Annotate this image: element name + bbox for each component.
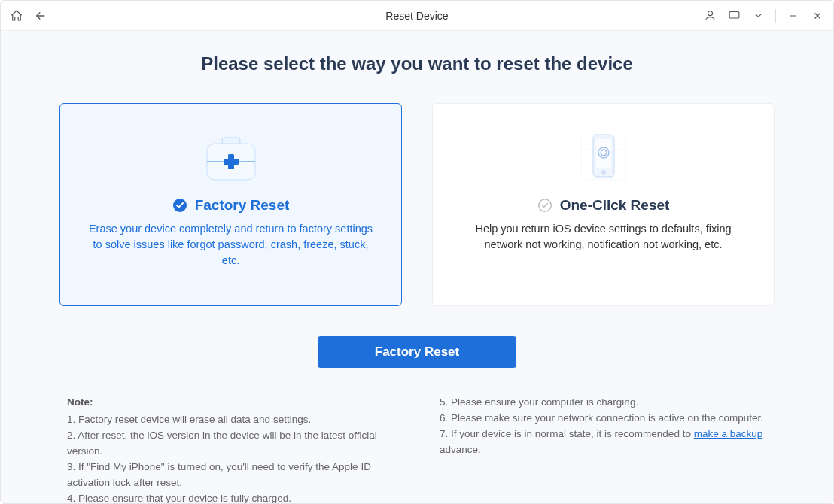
factory-reset-title: Factory Reset	[195, 197, 290, 214]
note-3: 3. If "Find My iPhone" is turned on, you…	[67, 460, 394, 491]
one-click-reset-card[interactable]: One-Click Reset Help you return iOS devi…	[432, 103, 775, 306]
note-4: 4. Please ensure that your device is ful…	[67, 491, 394, 504]
note-2: 2. After reset, the iOS version in the d…	[67, 428, 394, 460]
note-7-text-a: 7. If your device is in normal state, it…	[440, 428, 694, 439]
factory-reset-button[interactable]: Factory Reset	[318, 336, 516, 368]
minimize-icon[interactable]	[787, 9, 800, 23]
home-icon[interactable]	[10, 9, 23, 23]
titlebar: Reset Device	[1, 1, 833, 31]
factory-reset-card[interactable]: Factory Reset Erase your device complete…	[59, 103, 402, 306]
note-1: 1. Factory reset device will erase all d…	[67, 412, 394, 428]
note-7-text-b: advance.	[440, 444, 481, 455]
svg-point-0	[708, 11, 712, 16]
close-icon[interactable]	[811, 9, 824, 23]
action-row: Factory Reset	[46, 336, 788, 368]
titlebar-left	[10, 9, 47, 23]
phone-reset-icon	[574, 126, 634, 194]
titlebar-right	[703, 9, 824, 23]
page-title: Please select the way you want to reset …	[46, 53, 788, 74]
one-click-reset-desc: Help you return iOS device settings to d…	[455, 221, 751, 253]
notes-col-right: 5. Please ensure your computer is chargi…	[440, 395, 767, 504]
reset-option-cards: Factory Reset Erase your device complete…	[46, 103, 788, 306]
notes-section: Note: 1. Factory reset device will erase…	[46, 395, 788, 504]
feedback-icon[interactable]	[727, 9, 741, 23]
factory-reset-desc: Erase your device completely and return …	[83, 221, 379, 269]
make-backup-link[interactable]: make a backup	[694, 428, 763, 439]
titlebar-divider	[775, 9, 776, 23]
note-6: 6. Please make sure your network connect…	[440, 411, 767, 427]
back-arrow-icon[interactable]	[34, 9, 47, 23]
svg-rect-6	[224, 159, 239, 165]
medkit-icon	[201, 126, 261, 194]
chevron-down-icon[interactable]	[751, 9, 765, 23]
content-area: Please select the way you want to reset …	[1, 31, 833, 504]
one-click-reset-heading: One-Click Reset	[537, 197, 670, 214]
note-7: 7. If your device is in normal state, it…	[440, 427, 767, 458]
check-outline-icon	[537, 198, 552, 213]
user-icon[interactable]	[703, 9, 717, 23]
window-title: Reset Device	[385, 10, 448, 22]
notes-col-left: Note: 1. Factory reset device will erase…	[67, 395, 394, 504]
factory-reset-heading: Factory Reset	[172, 197, 290, 214]
check-filled-icon	[172, 198, 187, 213]
one-click-reset-title: One-Click Reset	[560, 197, 670, 214]
note-5: 5. Please ensure your computer is chargi…	[440, 395, 767, 411]
notes-label: Note:	[67, 395, 394, 411]
